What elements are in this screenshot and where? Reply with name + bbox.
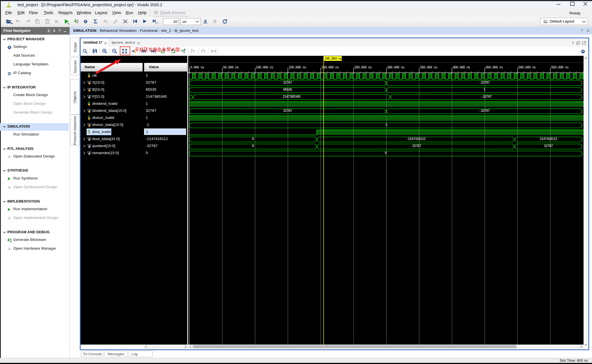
svg-text:(T): (T) xyxy=(155,22,158,24)
svg-text:10: 10 xyxy=(10,240,12,242)
svg-text:250.000 ns: 250.000 ns xyxy=(354,66,372,70)
svg-text:205.004 ns: 205.004 ns xyxy=(324,57,342,61)
svg-text:32767: 32767 xyxy=(544,144,553,148)
svg-text:-1: -1 xyxy=(384,123,388,127)
svg-text:65535: 65535 xyxy=(283,88,292,92)
svg-text:0: 0 xyxy=(252,137,254,141)
svg-text:?: ? xyxy=(581,28,583,33)
svg-text:-32767: -32767 xyxy=(479,109,490,113)
svg-text:0: 0 xyxy=(385,151,387,155)
svg-text:01: 01 xyxy=(10,238,12,240)
svg-text:300.000 ns: 300.000 ns xyxy=(387,66,405,70)
svg-text:50.000 ns: 50.000 ns xyxy=(223,66,239,70)
svg-text:-2147418112: -2147418112 xyxy=(406,137,426,141)
svg-text:200.000 ns: 200.000 ns xyxy=(321,66,339,70)
svg-text:-32767: -32767 xyxy=(410,144,421,148)
svg-text:100.000 ns: 100.000 ns xyxy=(256,66,273,70)
svg-text:0.000 ns: 0.000 ns xyxy=(190,66,204,70)
svg-text:?: ? xyxy=(59,29,61,32)
svg-text:450.000 ns: 450.000 ns xyxy=(485,66,503,70)
svg-text:2147418112: 2147418112 xyxy=(540,137,557,141)
svg-text:1: 1 xyxy=(483,88,485,92)
svg-text:0: 0 xyxy=(252,144,254,148)
svg-text:500.000 ns: 500.000 ns xyxy=(518,66,536,70)
svg-text:?: ? xyxy=(572,41,574,45)
svg-text:Σ: Σ xyxy=(94,19,97,24)
svg-text:-32767: -32767 xyxy=(479,81,490,85)
svg-text:150.000 ns: 150.000 ns xyxy=(289,66,306,70)
svg-text:01: 01 xyxy=(76,19,78,21)
svg-text:32767: 32767 xyxy=(283,81,292,85)
svg-text:350.000 ns: 350.000 ns xyxy=(420,66,437,70)
svg-text:32767: 32767 xyxy=(283,109,292,113)
svg-text:-32767: -32767 xyxy=(481,95,492,99)
svg-text:10: 10 xyxy=(76,21,78,23)
svg-text:2147385345: 2147385345 xyxy=(283,95,301,99)
svg-text:400.000 ns: 400.000 ns xyxy=(453,66,470,70)
svg-text:550.000 ns: 550.000 ns xyxy=(551,66,569,70)
